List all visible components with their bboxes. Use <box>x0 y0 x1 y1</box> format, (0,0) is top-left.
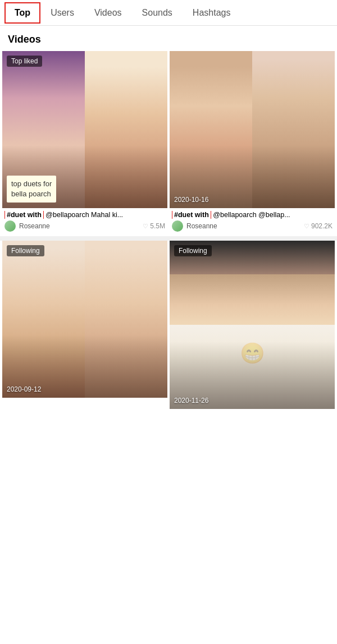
video-meta-2: Roseanne ♡ 902.2K <box>172 220 333 232</box>
video-date-2: 2020-10-16 <box>174 196 208 204</box>
tab-sounds[interactable]: Sounds <box>132 1 183 25</box>
heart-icon-2: ♡ <box>304 223 309 229</box>
video-grid-row-1: Top liked top duets forbella poarch #due… <box>0 51 337 236</box>
video-info-1: #duet with @bellapoarch Mahal ki... Rose… <box>2 208 167 236</box>
tab-bar: Top Users Videos Sounds Hashtags <box>0 0 337 26</box>
video-card-3[interactable]: Following 2020-09-12 <box>2 241 167 409</box>
video-info-2: #duet with @bellapoarch @bellap... Rosea… <box>170 208 335 236</box>
video-author-2: Roseanne <box>186 222 217 230</box>
tab-top[interactable]: Top <box>4 2 40 24</box>
video-thumbnail-4: 😁 Following 2020-11-26 <box>170 241 335 409</box>
video-date-3: 2020-09-12 <box>7 385 41 393</box>
video-author-1: Roseanne <box>19 222 50 230</box>
section-title: Videos <box>0 26 337 51</box>
video-desc-suffix-2: @bellap... <box>258 211 290 219</box>
likes-value-2: 902.2K <box>311 222 333 230</box>
tab-hashtags[interactable]: Hashtags <box>183 1 241 25</box>
tab-users[interactable]: Users <box>40 1 84 25</box>
avatar-2 <box>172 220 183 232</box>
video-badge-4: Following <box>174 245 212 256</box>
video-desc-2: #duet with @bellapoarch @bellap... <box>172 211 333 219</box>
video-card-4[interactable]: 😁 Following 2020-11-26 <box>170 241 335 409</box>
video-desc-1: #duet with @bellapoarch Mahal ki... <box>4 211 165 219</box>
video-handle-1: @bellapoarch <box>45 211 89 219</box>
video-grid-row-2: Following 2020-09-12 😁 Following 2020-11… <box>0 241 337 409</box>
video-annotation-1: top duets forbella poarch <box>7 176 56 203</box>
hashtag-duet-label-2: #duet with <box>172 211 211 219</box>
likes-value-1: 5.5M <box>150 222 165 230</box>
hashtag-duet-label-1: #duet with <box>4 211 44 219</box>
video-thumbnail-1: Top liked top duets forbella poarch <box>2 51 167 208</box>
video-handle-2: @bellapoarch <box>213 211 256 219</box>
heart-icon-1: ♡ <box>143 223 148 229</box>
like-count-1: ♡ 5.5M <box>143 222 165 230</box>
video-card-1[interactable]: Top liked top duets forbella poarch #due… <box>2 51 167 236</box>
video-badge-3: Following <box>7 245 44 256</box>
like-count-2: ♡ 902.2K <box>304 222 333 230</box>
video-badge-1: Top liked <box>7 56 42 67</box>
video-date-4: 2020-11-26 <box>174 397 208 404</box>
video-thumbnail-3: Following 2020-09-12 <box>2 241 167 398</box>
tab-videos[interactable]: Videos <box>84 1 132 25</box>
video-meta-1: Roseanne ♡ 5.5M <box>4 220 165 232</box>
row-divider <box>0 236 337 241</box>
avatar-1 <box>4 220 16 232</box>
video-desc-suffix-1: Mahal ki... <box>91 211 123 219</box>
video-card-2[interactable]: 2020-10-16 #duet with @bellapoarch @bell… <box>170 51 335 236</box>
video-thumbnail-2: 2020-10-16 <box>170 51 335 208</box>
